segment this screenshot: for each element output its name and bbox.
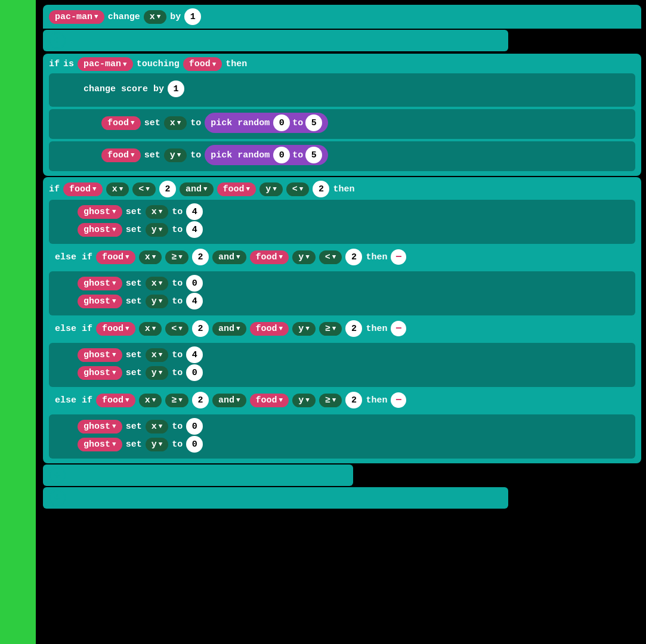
random-y-to[interactable]: 5 — [305, 147, 322, 163]
ghost1-y-axis-pill[interactable]: y ▼ — [146, 223, 169, 237]
if1-and-pill[interactable]: and ▼ — [180, 182, 214, 196]
elseif1-y-axis-pill[interactable]: y ▼ — [292, 250, 316, 264]
elseif2-x-axis-pill[interactable]: x ▼ — [139, 322, 162, 336]
if1-op2-pill[interactable]: < ▼ — [286, 182, 310, 196]
ghost4-y-axis-pill[interactable]: y ▼ — [146, 438, 169, 451]
ghost2-y-val[interactable]: 4 — [186, 293, 203, 309]
ghost1-x-pill[interactable]: ghost ▼ — [78, 205, 122, 219]
ghost4-x-pill[interactable]: ghost ▼ — [78, 420, 122, 434]
ghost4-set-x-label: set — [126, 422, 142, 432]
elseif1-op2-pill[interactable]: < ▼ — [319, 250, 342, 264]
elseif2-food-y-pill[interactable]: food ▼ — [250, 322, 289, 336]
ghost4-x-val[interactable]: 0 — [186, 418, 203, 435]
ghost4-x-axis-pill[interactable]: x ▼ — [146, 420, 169, 434]
random-x-to[interactable]: 5 — [305, 114, 322, 131]
top-row-block: pac-man ▼ change x ▼ by 1 — [43, 5, 641, 29]
elseif3-val2[interactable]: 2 — [345, 392, 362, 408]
if1-val1[interactable]: 2 — [159, 181, 176, 197]
ghost3-set-y-label: set — [126, 368, 142, 378]
ghost3-y-pill[interactable]: ghost ▼ — [78, 366, 122, 380]
food-x-pill-1[interactable]: food ▼ — [63, 182, 103, 196]
then-label-1: then — [225, 59, 247, 69]
add-button-bottom-1[interactable]: + — [49, 467, 66, 484]
ghost3-set-section: ghost ▼ set x ▼ to 4 ghost ▼ set y — [49, 343, 635, 387]
food-y-sprite-pill[interactable]: food ▼ — [101, 148, 141, 162]
elseif2-food-x-pill[interactable]: food ▼ — [96, 322, 135, 336]
random-y-from[interactable]: 0 — [273, 147, 290, 163]
minus-btn-3[interactable]: − — [391, 392, 406, 408]
elseif3-x-axis-pill[interactable]: x ▼ — [139, 394, 162, 407]
else-if-row-2: else if food ▼ x ▼ < ▼ 2 and ▼ food ▼ — [49, 317, 635, 340]
ghost1-y-to-label: to — [172, 225, 183, 235]
elseif3-and-pill[interactable]: and ▼ — [212, 394, 246, 407]
food-x-sprite-pill[interactable]: food ▼ — [101, 116, 141, 130]
ghost2-x-axis-pill[interactable]: x ▼ — [146, 277, 169, 290]
elseif3-op1-pill[interactable]: ≥ ▼ — [165, 394, 188, 407]
elseif2-val1[interactable]: 2 — [192, 320, 209, 337]
pacman-sprite-pill[interactable]: pac-man ▼ — [49, 10, 104, 24]
elseif1-val1[interactable]: 2 — [192, 249, 209, 265]
food-y-axis-pill[interactable]: y ▼ — [164, 148, 187, 162]
ghost2-set-section: ghost ▼ set x ▼ to 0 ghost ▼ set y — [49, 271, 635, 315]
ghost4-y-pill[interactable]: ghost ▼ — [78, 438, 122, 451]
elseif3-y-axis-pill[interactable]: y ▼ — [292, 394, 316, 407]
add-button-bottom-2[interactable]: + — [49, 490, 66, 506]
to-label-ry: to — [292, 150, 303, 160]
elseif1-food-x-pill[interactable]: food ▼ — [96, 250, 135, 264]
elseif1-and-pill[interactable]: and ▼ — [212, 250, 246, 264]
value-1[interactable]: 1 — [184, 8, 201, 25]
elseif1-x-axis-pill[interactable]: x ▼ — [139, 250, 162, 264]
ghost2-set-y-row: ghost ▼ set y ▼ to 4 — [78, 293, 630, 309]
elseif2-op2-pill[interactable]: ≥ ▼ — [319, 322, 342, 336]
ghost1-y-val[interactable]: 4 — [186, 221, 203, 238]
minus-btn-1[interactable]: − — [391, 249, 406, 265]
to-label-fx: to — [190, 118, 201, 128]
ghost2-y-pill[interactable]: ghost ▼ — [78, 295, 122, 308]
if1-op1-pill[interactable]: < ▼ — [132, 182, 156, 196]
x-axis-pill[interactable]: x ▼ — [144, 10, 167, 24]
elseif1-op1-pill[interactable]: ≥ ▼ — [165, 250, 188, 264]
elseif3-op2-pill[interactable]: ≥ ▼ — [319, 394, 342, 407]
score-value[interactable]: 1 — [168, 80, 184, 97]
elseif2-op1-pill[interactable]: < ▼ — [165, 322, 188, 336]
elseif1-food-y-pill[interactable]: food ▼ — [250, 250, 289, 264]
change-score-section: change score by 1 — [49, 73, 635, 107]
ghost2-x-pill[interactable]: ghost ▼ — [78, 277, 122, 290]
food-y-pill-1[interactable]: food ▼ — [217, 182, 256, 196]
add-button-1[interactable]: + — [49, 32, 66, 49]
add-bar-bottom-2: + — [43, 487, 508, 509]
ghost3-x-val[interactable]: 4 — [186, 346, 203, 363]
ghost3-y-axis-pill[interactable]: y ▼ — [146, 366, 169, 380]
ghost1-y-pill[interactable]: ghost ▼ — [78, 223, 122, 237]
if1-x-axis-pill[interactable]: x ▼ — [106, 182, 129, 196]
elseif2-val2[interactable]: 2 — [345, 320, 362, 337]
pick-random-y-pill[interactable]: pick random 0 to 5 — [205, 145, 328, 165]
ghost2-x-val[interactable]: 0 — [186, 275, 203, 292]
elseif3-food-y-pill[interactable]: food ▼ — [250, 394, 289, 407]
pick-random-x-pill[interactable]: pick random 0 to 5 — [205, 113, 328, 133]
ghost4-y-val[interactable]: 0 — [186, 436, 203, 453]
else-if-row-1: else if food ▼ x ▼ ≥ ▼ 2 and ▼ food ▼ — [49, 245, 635, 269]
ghost3-x-axis-pill[interactable]: x ▼ — [146, 348, 169, 362]
ghost4-set-section: ghost ▼ set x ▼ to 0 ghost ▼ set y — [49, 414, 635, 459]
minus-btn-2[interactable]: − — [391, 321, 406, 336]
random-x-from[interactable]: 0 — [273, 114, 290, 131]
food-touching-pill[interactable]: food ▼ — [183, 57, 222, 71]
then-label-ei3: then — [366, 395, 387, 405]
ghost2-y-axis-pill[interactable]: y ▼ — [146, 295, 169, 308]
ghost1-x-axis-pill[interactable]: x ▼ — [146, 205, 169, 219]
if1-val2[interactable]: 2 — [313, 181, 329, 197]
elseif3-val1[interactable]: 2 — [192, 392, 209, 408]
elseif1-val2[interactable]: 2 — [345, 249, 362, 265]
elseif2-and-pill[interactable]: and ▼ — [212, 322, 246, 336]
ghost1-x-val[interactable]: 4 — [186, 203, 203, 220]
elseif2-y-axis-pill[interactable]: y ▼ — [292, 322, 316, 336]
ghost3-y-val[interactable]: 0 — [186, 364, 203, 381]
if1-y-axis-pill[interactable]: y ▼ — [259, 182, 283, 196]
food-x-axis-pill[interactable]: x ▼ — [164, 116, 187, 130]
ghost3-x-pill[interactable]: ghost ▼ — [78, 348, 122, 362]
x-dropdown-arrow: ▼ — [157, 13, 161, 20]
elseif3-food-x-pill[interactable]: food ▼ — [96, 394, 135, 407]
change-label: change — [108, 12, 140, 22]
pacman-touching-pill[interactable]: pac-man ▼ — [78, 57, 133, 71]
